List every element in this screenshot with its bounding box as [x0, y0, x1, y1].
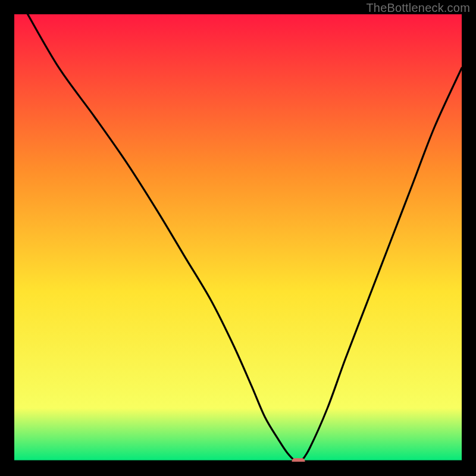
plot-area: [14, 14, 462, 462]
gradient-background: [14, 14, 462, 462]
bottleneck-chart: [14, 14, 462, 462]
optimum-marker: [292, 458, 305, 462]
watermark-text: TheBottleneck.com: [366, 1, 470, 15]
chart-frame: TheBottleneck.com: [0, 0, 476, 476]
